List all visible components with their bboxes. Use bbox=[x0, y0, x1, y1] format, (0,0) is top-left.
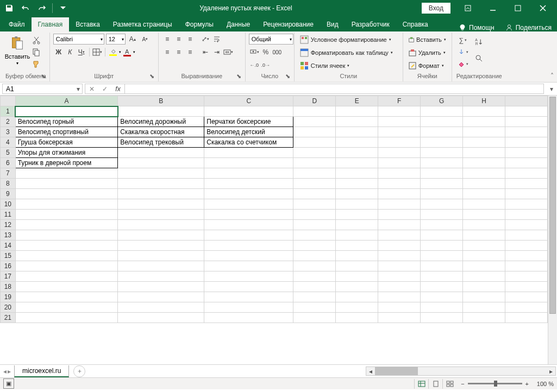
cell[interactable] bbox=[118, 261, 204, 271]
align-left-icon[interactable]: ≡ bbox=[162, 47, 173, 58]
paste-button[interactable]: Вставить ▾ bbox=[5, 34, 29, 72]
cell[interactable] bbox=[336, 179, 378, 189]
cell[interactable] bbox=[378, 210, 421, 220]
cut-icon[interactable] bbox=[30, 35, 42, 46]
tab-data[interactable]: Данные bbox=[220, 17, 256, 31]
cell[interactable] bbox=[463, 158, 505, 168]
cell[interactable] bbox=[293, 117, 336, 127]
cell[interactable] bbox=[421, 189, 463, 199]
cell[interactable] bbox=[15, 261, 118, 271]
cell[interactable] bbox=[378, 189, 421, 199]
conditional-formatting-button[interactable]: Условное форматирование▾ bbox=[298, 34, 399, 46]
cell[interactable] bbox=[204, 261, 293, 271]
cell[interactable] bbox=[15, 220, 118, 230]
cell[interactable] bbox=[505, 251, 548, 261]
format-painter-icon[interactable] bbox=[30, 59, 42, 69]
cell[interactable] bbox=[505, 168, 548, 179]
undo-icon[interactable] bbox=[18, 2, 33, 15]
cell[interactable] bbox=[204, 271, 293, 282]
cell[interactable] bbox=[15, 313, 118, 323]
cell[interactable] bbox=[505, 189, 548, 199]
collapse-ribbon-icon[interactable]: ˄ bbox=[550, 72, 554, 80]
cell[interactable] bbox=[118, 210, 204, 220]
cell[interactable] bbox=[336, 117, 378, 127]
cell[interactable] bbox=[378, 292, 421, 302]
cell[interactable] bbox=[505, 210, 548, 220]
view-normal-icon[interactable] bbox=[414, 379, 428, 389]
cell[interactable] bbox=[463, 106, 505, 117]
cell-A1[interactable] bbox=[15, 106, 118, 117]
cell[interactable] bbox=[505, 271, 548, 282]
cell[interactable] bbox=[336, 302, 378, 313]
close-icon[interactable] bbox=[531, 1, 555, 16]
align-top-icon[interactable]: ≡ bbox=[162, 34, 173, 45]
autosum-icon[interactable]: ∑▾ bbox=[455, 35, 471, 46]
copy-icon[interactable] bbox=[30, 47, 42, 58]
cell[interactable] bbox=[378, 271, 421, 282]
cell[interactable] bbox=[505, 137, 548, 148]
cell[interactable] bbox=[336, 230, 378, 241]
col-header-H[interactable]: H bbox=[463, 96, 505, 106]
cell[interactable] bbox=[463, 117, 505, 127]
fx-icon[interactable]: fx bbox=[111, 85, 124, 93]
cell[interactable] bbox=[378, 106, 421, 117]
cell[interactable] bbox=[505, 230, 548, 241]
increase-decimal-icon[interactable]: ←.0 bbox=[249, 60, 260, 71]
enter-formula-icon[interactable]: ✓ bbox=[98, 85, 111, 93]
bold-button[interactable]: Ж bbox=[53, 47, 64, 58]
cell[interactable] bbox=[204, 179, 293, 189]
sheet-tab-1[interactable]: microexcel.ru bbox=[14, 365, 69, 377]
decrease-decimal-icon[interactable]: .0→ bbox=[260, 60, 271, 71]
cell[interactable] bbox=[118, 199, 204, 210]
tab-help[interactable]: Справка bbox=[396, 17, 435, 31]
row-header-8[interactable]: 8 bbox=[1, 179, 16, 189]
cell[interactable] bbox=[463, 189, 505, 199]
row-header-1[interactable]: 1 bbox=[1, 106, 16, 117]
number-launcher-icon[interactable]: ⬊ bbox=[284, 73, 292, 80]
view-page-break-icon[interactable] bbox=[442, 379, 456, 389]
format-as-table-button[interactable]: Форматировать как таблицу▾ bbox=[298, 47, 399, 59]
cell[interactable] bbox=[421, 292, 463, 302]
hscroll-right-icon[interactable]: ▸ bbox=[547, 368, 555, 375]
cell[interactable] bbox=[204, 199, 293, 210]
increase-indent-icon[interactable]: ⇥ bbox=[211, 47, 222, 58]
cell[interactable] bbox=[378, 158, 421, 168]
border-button[interactable]: ▾ bbox=[92, 47, 103, 58]
cell[interactable] bbox=[204, 189, 293, 199]
cell[interactable] bbox=[15, 271, 118, 282]
name-box-dropdown-icon[interactable]: ▾ bbox=[77, 85, 82, 93]
cell[interactable] bbox=[336, 210, 378, 220]
cell[interactable] bbox=[15, 168, 118, 179]
cell[interactable] bbox=[15, 241, 118, 251]
cell[interactable] bbox=[463, 282, 505, 292]
italic-button[interactable]: К bbox=[65, 47, 76, 58]
cell[interactable] bbox=[293, 127, 336, 137]
save-icon[interactable] bbox=[2, 2, 16, 15]
expand-formula-bar-icon[interactable]: ▾ bbox=[546, 85, 557, 93]
minimize-icon[interactable] bbox=[481, 1, 505, 16]
cell[interactable] bbox=[505, 127, 548, 137]
comma-format-icon[interactable]: 000 bbox=[272, 47, 283, 58]
cell[interactable] bbox=[293, 179, 336, 189]
font-launcher-icon[interactable]: ⬊ bbox=[148, 73, 156, 80]
cell[interactable] bbox=[421, 127, 463, 137]
cell[interactable] bbox=[463, 168, 505, 179]
cell-styles-button[interactable]: Стили ячеек▾ bbox=[298, 60, 399, 72]
cell[interactable] bbox=[505, 302, 548, 313]
redo-icon[interactable] bbox=[35, 2, 49, 15]
cell[interactable] bbox=[118, 302, 204, 313]
cell[interactable] bbox=[505, 261, 548, 271]
delete-cells-button[interactable]: Удалить▾ bbox=[406, 47, 448, 59]
cell[interactable] bbox=[463, 292, 505, 302]
decrease-font-icon[interactable]: A▾ bbox=[140, 34, 151, 45]
cell[interactable] bbox=[293, 251, 336, 261]
row-header-9[interactable]: 9 bbox=[1, 189, 16, 199]
cell[interactable] bbox=[378, 241, 421, 251]
cell[interactable] bbox=[378, 117, 421, 127]
cell[interactable] bbox=[421, 168, 463, 179]
align-bottom-icon[interactable]: ≡ bbox=[185, 34, 196, 45]
cell[interactable] bbox=[505, 179, 548, 189]
cell[interactable] bbox=[293, 137, 336, 148]
cell[interactable] bbox=[463, 210, 505, 220]
cell-A5[interactable]: Упоры для отжимания bbox=[15, 148, 118, 158]
